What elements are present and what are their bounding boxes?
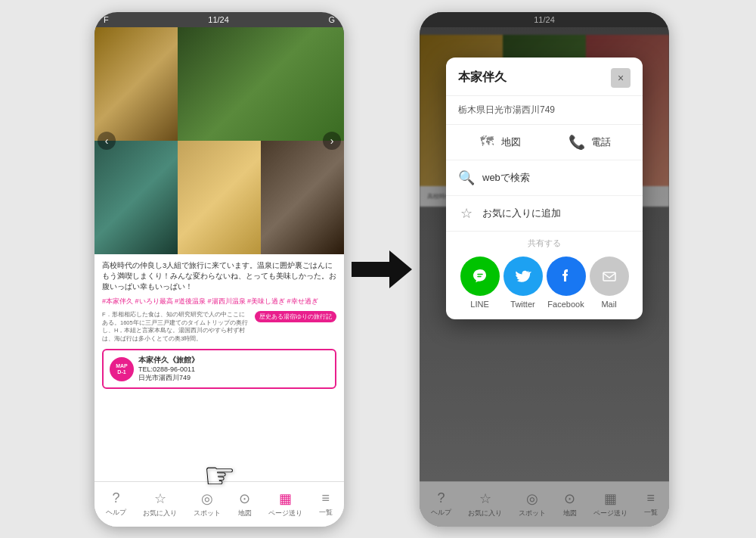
modal-close-button[interactable]: × [611,68,631,88]
modal-address: 栃木県日光市湯西川749 [446,96,643,125]
twitter-label: Twitter [510,300,534,309]
nav-help-label: ヘルプ [106,508,126,518]
nav-map-label: 地図 [238,508,252,518]
left-label-g: G [328,15,335,24]
share-mail-button[interactable]: Mail [590,257,629,309]
map-card[interactable]: MAP D-1 本家伴久《旅館》 TEL:0288-96-0011 日光市湯西川… [102,349,336,389]
mail-icon [590,257,629,296]
phone-action-label: 電話 [591,135,611,149]
star-icon: ☆ [154,490,166,507]
help-icon: ? [113,490,120,506]
left-counter: 11/24 [208,15,229,24]
info-text: F．形相相応した食は、知の研究研究で人の中ここにある。1605年に三戸三戸建ての… [102,311,249,343]
mail-label: Mail [601,300,616,309]
list-icon: ≡ [322,490,330,506]
action-phone[interactable]: 📞 電話 [569,134,611,151]
left-arrow[interactable]: ‹ [98,132,116,150]
phone-action-icon: 📞 [569,134,585,151]
photo-cell-3 [94,141,178,254]
modal-overlay: 本家伴久 × 栃木県日光市湯西川749 🗺 地図 📞 電話 [420,12,669,527]
photo-grid: ‹ › [94,27,344,254]
favorite-action-icon: ☆ [458,205,475,222]
left-phone: F 11/24 G ‹ › 高校時代の仲良し3人組で旅行に来ています。温泉に囲炉… [94,12,344,527]
nav-help[interactable]: ? ヘルプ [106,490,126,518]
share-buttons: LINE Twitter [458,257,631,309]
share-facebook-button[interactable]: Facebook [547,257,586,309]
favorite-action-label: お気に入りに追加 [482,207,561,220]
search-action-label: webで検索 [482,171,530,185]
cursor-hand: ☞ [203,454,236,496]
action-map[interactable]: 🗺 地図 [479,134,521,150]
nav-list[interactable]: ≡ 一覧 [319,490,333,518]
map-card-tel: TEL:0288-96-0011 [138,365,199,373]
modal-action-map-phone: 🗺 地図 📞 電話 [446,125,643,160]
post-text: 高校時代の仲良し3人組で旅行に来ています。温泉に囲炉裏ごはんにもう満喫しまくり！… [102,260,336,293]
modal-header: 本家伴久 × [446,58,643,96]
photo-cell-2 [178,27,344,141]
nav-pages[interactable]: ▦ ページ送り [268,490,302,518]
photo-cell-5 [261,141,344,254]
nav-list-label: 一覧 [319,508,333,518]
direction-arrow [352,250,412,288]
svg-rect-0 [603,272,615,281]
nav-pages-label: ページ送り [268,508,302,518]
twitter-icon [503,257,543,296]
modal-action-search[interactable]: 🔍 webで検索 [446,160,643,196]
share-twitter-button[interactable]: Twitter [503,257,543,309]
line-label: LINE [470,300,488,309]
nav-map[interactable]: ⊙ 地図 [238,490,252,518]
share-section: 共有する LINE [446,232,643,319]
left-status-bar: F 11/24 G [94,12,344,27]
nav-favorites-label: お気に入り [143,508,177,518]
arrow-container [344,250,420,288]
pages-icon: ▦ [279,490,292,507]
map-card-address: 日光市湯西川749 [138,373,199,383]
modal-title: 本家伴久 [458,70,507,86]
tag-badge: 歴史ある湯宿ゆりの旅行記 [255,311,336,322]
left-label-f: F [104,15,109,24]
nav-spots-label: スポット [194,508,221,518]
facebook-label: Facebook [547,300,584,309]
right-phone: 11/24 高校時代の仲良し3人組で旅行に来ています。温泉に囲炉裏ごはんに...… [420,12,669,527]
photo-cell-1 [94,27,178,141]
content-area: 高校時代の仲良し3人組で旅行に来ています。温泉に囲炉裏ごはんにもう満喫しまくり！… [94,254,344,481]
right-arrow[interactable]: › [323,132,341,150]
map-pin-badge: MAP D-1 [110,357,134,381]
share-title: 共有する [458,238,631,249]
share-modal: 本家伴久 × 栃木県日光市湯西川749 🗺 地図 📞 電話 [446,58,643,319]
nav-favorites[interactable]: ☆ お気に入り [143,490,177,518]
hashtags: #本家伴久 #いろり最高 #道後温泉 #湯西川温泉 #美味し過ぎ #幸せ過ぎ [102,297,336,306]
photo-cell-4 [178,141,261,254]
modal-actions: 🗺 地図 📞 電話 🔍 webで検索 ☆ お気に入りに追加 [446,125,643,232]
map-action-label: 地図 [501,135,521,149]
map-action-icon: 🗺 [479,134,495,150]
map-card-name: 本家伴久《旅館》 [138,355,199,365]
line-icon [460,257,500,296]
search-action-icon: 🔍 [458,169,475,186]
share-line-button[interactable]: LINE [460,257,500,309]
info-section: F．形相相応した食は、知の研究研究で人の中ここにある。1605年に三戸三戸建ての… [102,311,336,343]
modal-action-favorite[interactable]: ☆ お気に入りに追加 [446,196,643,231]
facebook-icon [547,257,586,296]
map-icon: ⊙ [239,490,250,507]
map-card-text: 本家伴久《旅館》 TEL:0288-96-0011 日光市湯西川749 [138,355,199,383]
